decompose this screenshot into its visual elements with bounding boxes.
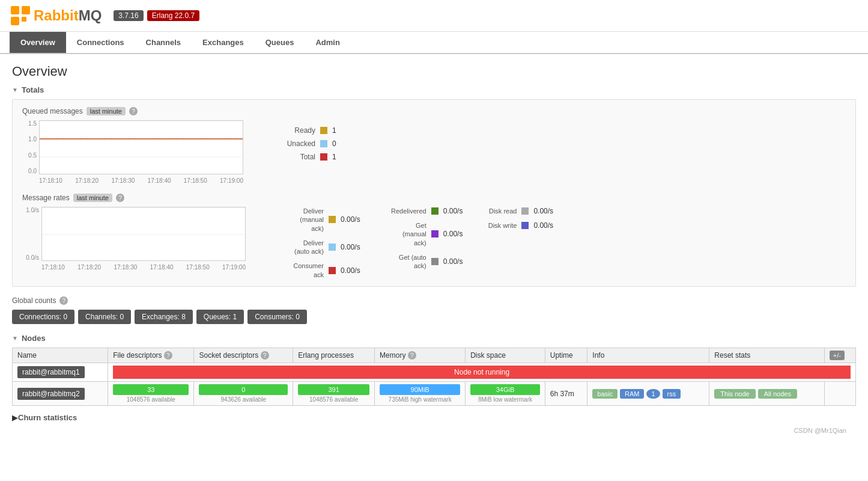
node2-socket-desc: 0 943626 available	[194, 382, 293, 406]
rates-left-col: Deliver(manualack) 0.00/s Deliver(auto a…	[264, 207, 360, 279]
nav-exchanges[interactable]: Exchanges	[192, 32, 255, 53]
node2-reset-tags: This node All nodes	[714, 389, 819, 399]
node2-file-desc: 33 1048576 available	[108, 382, 194, 406]
disk-write-color	[521, 222, 529, 229]
get-auto-color	[431, 258, 439, 265]
logo-mq: MQ	[79, 7, 102, 24]
node2-extra	[824, 382, 855, 406]
rate-disk-read: Disk read 0.00/s	[475, 207, 553, 215]
credit: CSDN @Mr1Qian	[12, 422, 856, 439]
rates-time-badge[interactable]: last minute	[73, 194, 112, 202]
node2-file-desc-avail: 1048576 available	[113, 396, 189, 403]
node2-name[interactable]: rabbit@rabbitmq2	[17, 388, 85, 400]
ready-color	[320, 127, 327, 134]
nav-overview[interactable]: Overview	[10, 32, 66, 53]
nav-connections[interactable]: Connections	[66, 32, 135, 53]
total-value: 1	[332, 153, 336, 161]
node2-memory: 90MiB 735MiB high watermark	[375, 382, 466, 406]
consumer-ack-color	[329, 267, 336, 274]
queued-chart-svg	[39, 120, 243, 174]
rates-chart-svg	[41, 207, 246, 261]
tag-1[interactable]: 1	[646, 389, 660, 399]
node2-erlang-avail: 1048576 available	[298, 396, 369, 403]
chart-y-axis: 1.5 1.0 0.5 0.0	[22, 120, 39, 174]
table-row: rabbit@rabbitmq2 33 1048576 available 0 …	[13, 382, 856, 406]
rates-y-axis: 1.0/s 0.0/s	[22, 207, 41, 261]
rates-chart	[41, 207, 246, 263]
rate-get-auto: Get (autoack) 0.00/s	[372, 253, 463, 271]
col-uptime: Uptime	[545, 348, 587, 363]
col-plusminus: +/-	[824, 348, 855, 363]
node1-name[interactable]: rabbit@rabbitmq1	[17, 366, 85, 378]
node2-file-desc-value: 33	[113, 384, 189, 395]
rate-redelivered: Redelivered 0.00/s	[372, 207, 463, 215]
rates-mid-col: Redelivered 0.00/s Get(manualack) 0.00/s…	[372, 207, 463, 279]
chart-x-labels: 17:18:10 17:18:20 17:18:30 17:18:40 17:1…	[39, 177, 243, 184]
message-rates-label: Message rates last minute ?	[22, 194, 846, 202]
col-name: Name	[13, 348, 108, 363]
global-counts-help[interactable]: ?	[59, 296, 68, 305]
node2-socket-desc-value: 0	[199, 384, 288, 395]
plusminus-btn[interactable]: +/-	[830, 351, 845, 360]
total-color	[320, 153, 327, 161]
tag-ram[interactable]: RAM	[620, 389, 644, 399]
redelivered-color	[431, 207, 439, 215]
nav-admin[interactable]: Admin	[305, 32, 350, 53]
col-info: Info	[587, 348, 709, 363]
main-nav: Overview Connections Channels Exchanges …	[0, 32, 868, 54]
legend-ready: Ready 1	[261, 126, 336, 135]
consumers-count-btn[interactable]: Consumers: 0	[247, 310, 307, 324]
queued-help-icon[interactable]: ?	[129, 107, 138, 115]
exchanges-count-btn[interactable]: Exchanges: 8	[135, 310, 193, 324]
node2-disk-value: 34GiB	[470, 384, 540, 395]
main-content: Overview ▼ Totals Queued messages last m…	[0, 54, 868, 449]
rate-deliver-auto: Deliver(auto ack) 0.00/s	[264, 239, 360, 256]
rates-help-icon[interactable]: ?	[116, 194, 124, 202]
churn-section[interactable]: ▶ Churn statistics	[12, 413, 856, 422]
col-reset-stats: Reset stats	[709, 348, 824, 363]
node2-reset-stats: This node All nodes	[709, 382, 824, 406]
logo-icon	[10, 5, 31, 26]
nav-channels[interactable]: Channels	[135, 32, 192, 53]
table-row: rabbit@rabbitmq1 Node not running	[13, 363, 856, 382]
nodes-section: ▼ Nodes Name File descriptors ? Socket d…	[12, 334, 856, 406]
node2-disk-space: 34GiB 8MiB low watermark	[466, 382, 545, 406]
file-desc-help[interactable]: ?	[164, 351, 172, 360]
legend-total: Total 1	[261, 153, 336, 161]
nav-queues[interactable]: Queues	[255, 32, 305, 53]
svg-rect-2	[11, 17, 19, 25]
node2-socket-desc-avail: 943626 available	[199, 396, 288, 403]
rates-legend: Deliver(manualack) 0.00/s Deliver(auto a…	[264, 207, 553, 279]
time-filter-badge[interactable]: last minute	[86, 107, 126, 115]
totals-section: ▼ Totals Queued messages last minute ? 1…	[12, 85, 856, 287]
channels-count-btn[interactable]: Channels: 0	[78, 310, 131, 324]
rate-get-manual: Get(manualack) 0.00/s	[372, 221, 463, 247]
memory-help[interactable]: ?	[408, 351, 416, 360]
unacked-value: 0	[332, 139, 336, 148]
totals-header[interactable]: ▼ Totals	[12, 85, 856, 94]
totals-title: Totals	[22, 85, 44, 94]
node2-name-cell: rabbit@rabbitmq2	[13, 382, 108, 406]
svg-rect-0	[11, 6, 19, 14]
unacked-color	[320, 140, 327, 147]
logo-rabbit: Rabbit	[34, 7, 79, 24]
queued-chart	[39, 120, 243, 176]
nodes-header[interactable]: ▼ Nodes	[12, 334, 856, 343]
tag-this-node[interactable]: This node	[714, 389, 755, 399]
connections-count-btn[interactable]: Connections: 0	[12, 310, 74, 324]
totals-box: Queued messages last minute ? 1.5 1.0 0.…	[12, 99, 856, 287]
socket-desc-help[interactable]: ?	[261, 351, 269, 360]
node2-uptime: 6h 37m	[545, 382, 587, 406]
global-counts-label: Global counts ?	[12, 296, 856, 305]
node2-erlang-value: 391	[298, 384, 369, 395]
tag-rss[interactable]: rss	[663, 389, 681, 399]
svg-rect-3	[22, 17, 26, 22]
node2-erlang-proc: 391 1048576 available	[293, 382, 375, 406]
tag-all-nodes[interactable]: All nodes	[758, 389, 797, 399]
rates-x-labels: 17:18:10 17:18:20 17:18:30 17:18:40 17:1…	[41, 264, 246, 271]
rates-chart-row: 1.0/s 0.0/s 17:18:10	[22, 207, 846, 279]
tag-basic[interactable]: basic	[592, 389, 618, 399]
col-memory: Memory ?	[375, 348, 466, 363]
node1-error: Node not running	[113, 366, 851, 379]
queues-count-btn[interactable]: Queues: 1	[196, 310, 244, 324]
